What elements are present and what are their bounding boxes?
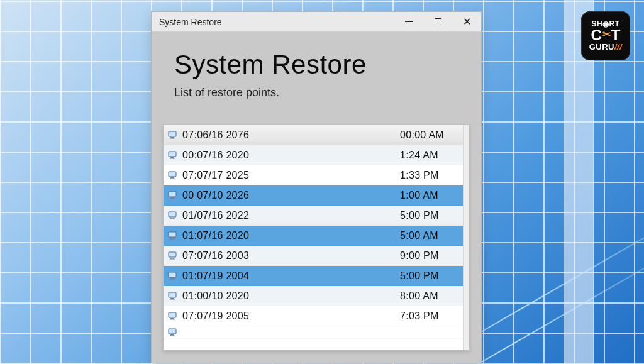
restore-point-time: 5:00 PM — [400, 270, 458, 282]
restore-point-row[interactable]: 01:00/10 20208:00 AM — [164, 286, 463, 306]
svg-rect-8 — [170, 158, 175, 158]
close-icon: ✕ — [463, 17, 471, 27]
close-button[interactable]: ✕ — [452, 12, 481, 32]
restore-point-date: 01:07/16 2020 — [182, 230, 400, 241]
svg-rect-23 — [170, 258, 175, 259]
restore-point-icon — [167, 170, 179, 180]
window-client-area: System Restore List of restore points. — [152, 32, 481, 111]
svg-rect-32 — [170, 319, 175, 319]
svg-rect-2 — [170, 138, 175, 138]
restore-point-icon — [167, 291, 179, 301]
maximize-button[interactable] — [423, 12, 452, 32]
restore-point-date: 07:07/17 2025 — [182, 170, 400, 181]
minimize-button[interactable] — [394, 12, 423, 32]
restore-point-time: 9:00 PM — [400, 250, 458, 262]
brand-logo-badge: SH◉RT C ✂ T GURU/// — [581, 11, 630, 60]
svg-rect-17 — [170, 218, 175, 219]
restore-point-row[interactable]: 07:07/19 20057:03 PM — [164, 306, 463, 326]
system-restore-window: System Restore ✕ System Restore List of … — [151, 11, 482, 363]
page-title: System Restore — [174, 50, 458, 80]
svg-rect-21 — [169, 252, 176, 257]
logo-line-2: C ✂ T — [591, 28, 620, 43]
restore-point-time: 5:00 AM — [400, 230, 458, 241]
restore-point-row[interactable]: 01/07/16 20225:00 PM — [164, 206, 463, 226]
window-title: System Restore — [159, 17, 394, 27]
logo-line-3: GURU/// — [589, 43, 623, 52]
svg-rect-30 — [169, 312, 176, 317]
restore-point-row[interactable]: 07:07/16 20039:00 PM — [164, 246, 463, 266]
svg-rect-0 — [169, 131, 176, 136]
restore-point-date: 07:07/16 2003 — [182, 250, 400, 262]
restore-point-date: 07:06/16 2076 — [182, 130, 396, 141]
minimize-icon — [405, 21, 413, 22]
restore-point-time: 1:00 AM — [400, 190, 458, 201]
svg-rect-34 — [170, 334, 174, 336]
restore-point-icon — [167, 251, 179, 261]
restore-point-row[interactable]: 01:07/16 20205:00 AM — [164, 226, 463, 246]
scrollbar-vertical[interactable] — [463, 125, 469, 350]
scissors-icon: ✂ — [602, 30, 611, 40]
restore-point-date: 01:00/10 2020 — [182, 290, 400, 302]
maximize-icon — [435, 18, 441, 25]
logo-c: C — [591, 28, 601, 43]
restore-point-row[interactable]: 07:07/17 20251:33 PM — [164, 165, 463, 185]
restore-point-date: 07:07/19 2005 — [182, 311, 400, 322]
svg-rect-31 — [170, 318, 174, 319]
restore-point-time: 8:00 AM — [400, 290, 458, 302]
svg-rect-7 — [170, 157, 174, 158]
svg-rect-29 — [170, 299, 175, 299]
restore-point-icon — [167, 190, 179, 201]
svg-rect-15 — [169, 212, 176, 217]
restore-point-list: 07:06/16 207600:00 AM00:07/16 20201:24 A… — [163, 124, 470, 351]
svg-rect-33 — [169, 329, 176, 334]
svg-rect-28 — [170, 298, 174, 299]
svg-rect-20 — [170, 238, 175, 239]
restore-point-time: 1:33 PM — [400, 170, 458, 181]
restore-point-row[interactable]: 00 07/10 20261:00 AM — [164, 185, 463, 206]
restore-point-icon — [167, 130, 179, 140]
svg-rect-16 — [170, 218, 174, 219]
restore-point-time: 00:00 AM — [400, 130, 458, 141]
restore-point-date: 00:07/16 2020 — [182, 150, 400, 161]
restore-point-row[interactable]: 07:06/16 207600:00 AM — [164, 125, 463, 145]
svg-rect-25 — [170, 278, 174, 279]
logo-guru: GURU — [589, 42, 614, 52]
restore-point-date: 00 07/10 2026 — [182, 190, 400, 201]
restore-point-time: 7:03 PM — [400, 311, 458, 322]
logo-t: T — [611, 28, 621, 43]
restore-point-date: 01/07/16 2022 — [182, 210, 400, 221]
restore-point-date: 01:07/19 2004 — [182, 270, 400, 282]
svg-rect-22 — [170, 258, 174, 259]
svg-rect-27 — [169, 292, 176, 297]
svg-rect-6 — [169, 152, 176, 157]
restore-point-time: 5:00 PM — [400, 210, 458, 221]
restore-point-row-partial[interactable] — [164, 326, 463, 339]
svg-rect-24 — [169, 272, 176, 277]
logo-slash: /// — [614, 42, 622, 52]
restore-point-row[interactable]: 01:07/19 20045:00 PM — [164, 266, 463, 286]
svg-rect-26 — [170, 279, 175, 279]
restore-point-icon — [167, 328, 179, 338]
restore-point-icon — [167, 211, 179, 221]
svg-rect-35 — [170, 335, 175, 336]
svg-rect-18 — [169, 232, 176, 237]
restore-point-icon — [167, 311, 179, 321]
svg-rect-19 — [170, 238, 174, 239]
restore-point-rows: 07:06/16 207600:00 AM00:07/16 20201:24 A… — [164, 125, 463, 350]
restore-point-icon — [167, 271, 179, 281]
svg-rect-11 — [170, 178, 175, 179]
svg-rect-10 — [170, 177, 174, 179]
restore-point-icon — [167, 150, 179, 160]
svg-rect-13 — [170, 197, 174, 199]
svg-rect-9 — [169, 172, 176, 177]
svg-rect-14 — [170, 198, 175, 199]
page-subtitle: List of restore points. — [174, 86, 458, 99]
restore-point-time: 1:24 AM — [400, 150, 458, 161]
restore-point-icon — [167, 231, 179, 241]
desktop-background: SH◉RT C ✂ T GURU/// System Restore ✕ Sys… — [0, 0, 644, 364]
titlebar[interactable]: System Restore ✕ — [152, 12, 481, 32]
restore-point-row[interactable]: 00:07/16 20201:24 AM — [164, 145, 463, 165]
svg-rect-1 — [170, 137, 174, 138]
svg-rect-12 — [169, 192, 176, 197]
